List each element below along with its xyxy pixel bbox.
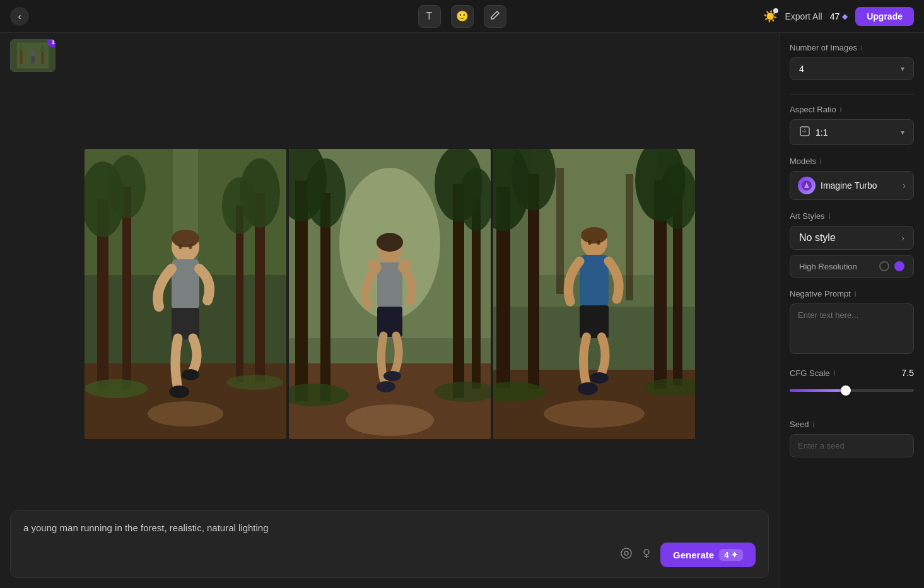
prompt-pin-button[interactable] — [620, 547, 633, 563]
model-name: Imagine Turbo — [821, 180, 877, 191]
seed-section: Seed i — [790, 420, 914, 457]
prompt-actions: Generate 4 ✦ — [23, 543, 756, 567]
resolution-label: High Resolution — [799, 262, 857, 271]
models-info-icon[interactable]: i — [820, 157, 822, 166]
prompt-bar: a young man running in the forest, reali… — [10, 510, 769, 579]
svg-point-31 — [189, 244, 192, 249]
svg-point-56 — [383, 371, 401, 381]
resolution-toggle-on[interactable] — [894, 261, 904, 271]
generate-count-badge: 4 ✦ — [719, 549, 743, 561]
svg-point-81 — [597, 240, 600, 245]
svg-point-25 — [172, 230, 199, 247]
diamond-icon: ◆ — [842, 12, 848, 21]
svg-rect-7 — [31, 56, 35, 64]
svg-point-30 — [178, 244, 182, 249]
cfg-scale-value: 7.5 — [902, 368, 914, 378]
edit-tool-button[interactable] — [484, 5, 506, 28]
generated-image-1[interactable] — [85, 149, 286, 439]
svg-point-55 — [377, 381, 395, 392]
resolution-toggle-off[interactable] — [879, 261, 889, 271]
models-selector[interactable]: Imagine Turbo › — [790, 171, 914, 200]
generate-label: Generate — [673, 550, 714, 560]
credits-count: 47 — [830, 11, 840, 21]
slider-fill — [790, 389, 846, 392]
svg-point-61 — [544, 400, 645, 428]
negative-prompt-section: Negative Prompt i — [790, 289, 914, 356]
svg-rect-66 — [556, 168, 564, 294]
svg-point-23 — [226, 375, 283, 390]
seed-label: Seed i — [790, 420, 914, 429]
svg-rect-67 — [626, 174, 633, 300]
face-tool-button[interactable]: 🙂 — [451, 5, 474, 28]
art-styles-info-icon[interactable]: i — [829, 212, 831, 221]
cfg-scale-slider[interactable] — [790, 384, 914, 397]
svg-point-21 — [222, 177, 257, 234]
svg-point-42 — [305, 158, 346, 228]
svg-rect-77 — [580, 305, 609, 338]
aspect-ratio-info-icon[interactable]: i — [840, 105, 842, 114]
topbar-right: ☀️ Export All 47 ◆ Upgrade — [763, 7, 914, 26]
svg-point-36 — [346, 404, 434, 436]
models-arrow-icon: › — [903, 180, 906, 191]
right-sidebar: Number of Images i 4 ▾ Aspect Ratio i — [779, 33, 924, 588]
cfg-scale-section: CFG Scale i 7.5 — [790, 368, 914, 408]
art-styles-arrow-icon: › — [901, 233, 904, 243]
number-of-images-section: Number of Images i 4 ▾ — [790, 43, 914, 80]
art-styles-label: Art Styles i — [790, 211, 914, 221]
notif-dot — [773, 8, 778, 13]
models-label: Models i — [790, 156, 914, 166]
resolution-row[interactable]: High Resolution — [790, 255, 914, 278]
canvas-area: 1 — [0, 33, 779, 588]
chevron-down-icon: ▾ — [901, 64, 904, 73]
models-left: Imagine Turbo — [798, 177, 877, 194]
cfg-scale-header: CFG Scale i 7.5 — [790, 368, 914, 378]
svg-point-28 — [169, 385, 189, 398]
model-avatar — [798, 177, 816, 194]
aspect-ratio-chevron-icon: ▾ — [901, 128, 904, 137]
text-tool-button[interactable]: T — [418, 5, 441, 28]
art-styles-selector[interactable]: No style › — [790, 226, 914, 250]
svg-point-82 — [621, 548, 631, 558]
svg-point-19 — [108, 155, 146, 218]
image-container — [85, 149, 695, 439]
svg-point-84 — [644, 550, 649, 555]
cfg-scale-info-icon[interactable]: i — [834, 368, 836, 377]
art-styles-value: No style — [799, 232, 836, 244]
seed-input[interactable] — [790, 434, 914, 457]
svg-point-79 — [590, 372, 609, 384]
edit-icon — [490, 10, 500, 23]
svg-point-13 — [148, 401, 223, 426]
slider-thumb[interactable] — [841, 385, 851, 396]
generated-image-3[interactable] — [493, 149, 695, 439]
text-icon: T — [426, 11, 433, 22]
seed-info-icon[interactable]: i — [812, 420, 814, 429]
prompt-light-button[interactable] — [640, 547, 653, 563]
svg-point-49 — [377, 237, 387, 247]
svg-point-22 — [85, 379, 148, 398]
thumbnail-strip: 1 — [0, 33, 779, 78]
number-of-images-info-icon[interactable]: i — [861, 44, 863, 52]
thumbnail-item[interactable]: 1 — [10, 39, 56, 72]
negative-prompt-info-icon[interactable]: i — [855, 290, 857, 298]
svg-point-29 — [182, 369, 199, 380]
svg-point-6 — [30, 50, 35, 56]
aspect-ratio-select[interactable]: 1:1 ▾ — [790, 119, 914, 145]
generated-image-2[interactable] — [289, 149, 491, 439]
negative-prompt-label: Negative Prompt i — [790, 289, 914, 298]
upgrade-button[interactable]: Upgrade — [855, 7, 914, 26]
aspect-ratio-section: Aspect Ratio i 1:1 ▾ — [790, 105, 914, 145]
spark-icon: ✦ — [731, 550, 738, 560]
number-of-images-select[interactable]: 4 ▾ — [790, 57, 914, 80]
svg-point-80 — [588, 240, 592, 245]
prompt-text[interactable]: a young man running in the forest, reali… — [23, 521, 756, 536]
export-all-button[interactable]: Export All — [785, 11, 822, 21]
back-button[interactable]: ‹ — [10, 7, 29, 26]
topbar: ‹ T 🙂 ☀️ Export All 47 ◆ Upgrad — [0, 0, 924, 33]
generate-button[interactable]: Generate 4 ✦ — [660, 543, 756, 567]
negative-prompt-input[interactable] — [790, 303, 914, 354]
svg-point-83 — [624, 551, 628, 555]
models-section: Models i Imagine Turbo › — [790, 156, 914, 200]
credits-button[interactable]: 47 ◆ — [830, 11, 848, 21]
topbar-left: ‹ — [10, 7, 29, 26]
aspect-ratio-icon — [799, 126, 810, 139]
